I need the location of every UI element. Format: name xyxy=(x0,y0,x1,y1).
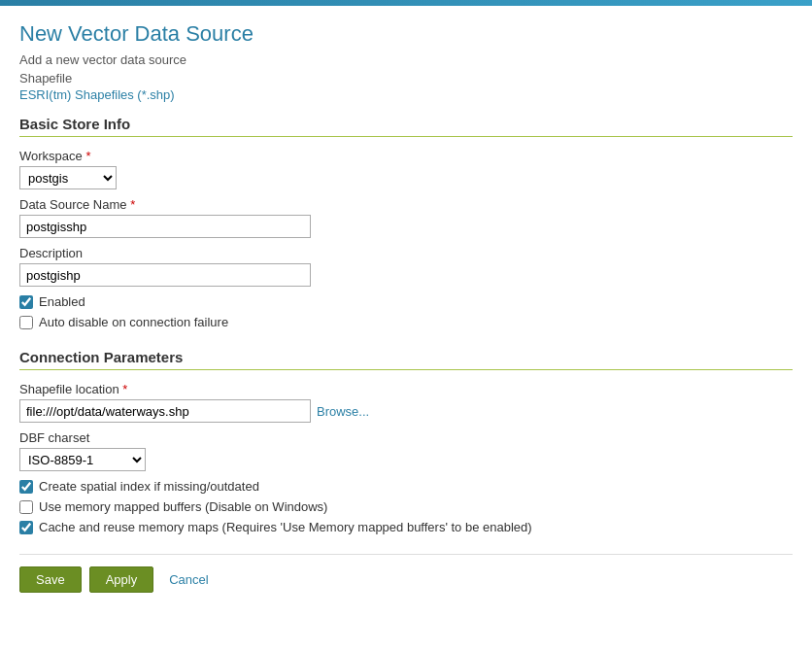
create-spatial-index-checkbox-row: Create spatial index if missing/outdated xyxy=(19,479,793,494)
data-source-name-label: Data Source Name * xyxy=(19,197,793,212)
data-source-name-required-star: * xyxy=(130,197,135,212)
store-type: Shapefile xyxy=(19,71,793,86)
browse-link[interactable]: Browse... xyxy=(317,404,369,419)
workspace-select[interactable]: postgis xyxy=(19,166,117,189)
dbf-charset-field-row: DBF charset ISO-8859-1 xyxy=(19,430,793,471)
use-memory-mapped-checkbox[interactable] xyxy=(19,500,33,514)
cache-reuse-checkbox-row: Cache and reuse memory maps (Requires 'U… xyxy=(19,520,793,534)
create-spatial-index-label: Create spatial index if missing/outdated xyxy=(39,479,259,494)
shapefile-location-label: Shapefile location * xyxy=(19,382,793,396)
shapefile-location-field-row: Shapefile location * Browse... xyxy=(19,382,793,423)
use-memory-mapped-label: Use memory mapped buffers (Disable on Wi… xyxy=(39,499,327,514)
page-subtitle: Add a new vector data source xyxy=(19,52,793,67)
cancel-link[interactable]: Cancel xyxy=(161,567,216,592)
use-memory-mapped-checkbox-row: Use memory mapped buffers (Disable on Wi… xyxy=(19,499,793,514)
enabled-label: Enabled xyxy=(39,294,85,309)
dbf-charset-label: DBF charset xyxy=(19,430,793,445)
enabled-checkbox-row: Enabled xyxy=(19,294,793,309)
shapefile-location-required-star: * xyxy=(122,382,127,396)
data-source-name-input[interactable] xyxy=(19,215,311,238)
cache-reuse-label: Cache and reuse memory maps (Requires 'U… xyxy=(39,520,532,534)
buttons-row: Save Apply Cancel xyxy=(19,554,793,593)
save-button[interactable]: Save xyxy=(19,566,82,593)
workspace-required-star: * xyxy=(85,149,90,163)
basic-store-info-section: Basic Store Info Workspace * postgis Dat… xyxy=(19,116,793,329)
description-input[interactable] xyxy=(19,263,311,287)
shapefile-location-row: Browse... xyxy=(19,399,793,423)
workspace-field-row: Workspace * postgis xyxy=(19,149,793,189)
store-format: ESRI(tm) Shapefiles (*.shp) xyxy=(19,87,793,102)
create-spatial-index-checkbox[interactable] xyxy=(19,480,33,494)
data-source-name-field-row: Data Source Name * xyxy=(19,197,793,238)
page-title: New Vector Data Source xyxy=(19,21,793,47)
page-container: New Vector Data Source Add a new vector … xyxy=(0,6,812,608)
description-label: Description xyxy=(19,246,793,260)
auto-disable-label: Auto disable on connection failure xyxy=(39,315,228,329)
dbf-charset-select[interactable]: ISO-8859-1 xyxy=(19,448,146,471)
auto-disable-checkbox[interactable] xyxy=(19,316,33,329)
enabled-checkbox[interactable] xyxy=(19,295,33,309)
connection-parameters-section: Connection Parameters Shapefile location… xyxy=(19,349,793,534)
description-field-row: Description xyxy=(19,246,793,287)
apply-button[interactable]: Apply xyxy=(89,566,154,593)
basic-store-info-header: Basic Store Info xyxy=(19,116,793,137)
workspace-label: Workspace * xyxy=(19,149,793,163)
connection-parameters-header: Connection Parameters xyxy=(19,349,793,370)
shapefile-location-input[interactable] xyxy=(19,399,311,423)
cache-reuse-checkbox[interactable] xyxy=(19,521,33,534)
auto-disable-checkbox-row: Auto disable on connection failure xyxy=(19,315,793,329)
